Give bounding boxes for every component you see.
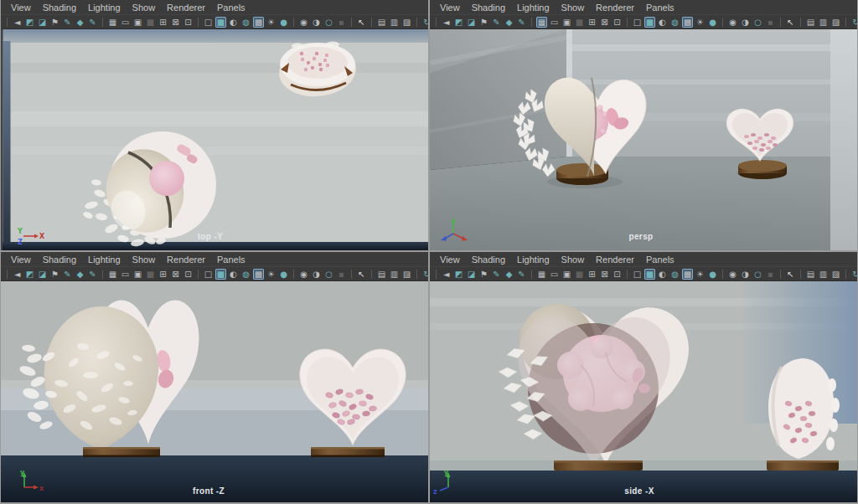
shade-selected-icon[interactable]: ◐ [657, 269, 668, 280]
safe-title-icon[interactable]: ⊡ [612, 17, 623, 28]
wireframe-icon[interactable]: □ [632, 17, 643, 28]
pan-zoom-icon[interactable]: ◆ [504, 269, 514, 280]
menu-lighting[interactable]: Lighting [88, 3, 121, 13]
wireframe-on-shaded-icon[interactable]: ◍ [240, 269, 251, 280]
motion-blur-icon[interactable]: ◑ [311, 269, 322, 280]
smooth-shade-icon[interactable]: ■ [215, 17, 226, 28]
smooth-shade-icon[interactable]: ■ [644, 17, 655, 28]
x-ray-icon[interactable]: ▤ [376, 17, 387, 28]
x-ray-joints-icon[interactable]: ▥ [818, 17, 829, 28]
menu-renderer[interactable]: Renderer [167, 255, 205, 265]
grease-pencil-icon[interactable]: ✎ [87, 17, 98, 28]
shade-selected-icon[interactable]: ◐ [657, 17, 668, 28]
isolate-select-icon[interactable]: ↖ [785, 17, 796, 28]
viewport-canvas-top[interactable]: Y X Z top -Y [1, 29, 428, 250]
menu-show[interactable]: Show [132, 255, 156, 265]
refresh-icon[interactable]: ↻ [850, 17, 857, 28]
anti-aliasing-icon[interactable]: ○ [323, 269, 334, 280]
camera-attributes-icon[interactable]: ◪ [37, 17, 48, 28]
scene-top[interactable]: Y X Z top -Y [1, 29, 428, 250]
grid-icon[interactable]: ▦ [536, 269, 547, 280]
use-default-material-icon[interactable]: ▩ [253, 17, 264, 28]
grease-pencil-icon[interactable]: ✎ [516, 17, 527, 28]
lighting-icon[interactable]: ☀ [695, 17, 706, 28]
screen-space-ao-icon[interactable]: ◉ [298, 269, 309, 280]
x-ray-joints-icon[interactable]: ▥ [389, 269, 400, 280]
gate-mask-icon[interactable]: ■ [574, 17, 585, 28]
lock-camera-icon[interactable]: ◩ [453, 269, 464, 280]
screen-space-ao-icon[interactable]: ◉ [727, 17, 738, 28]
menu-panels[interactable]: Panels [217, 255, 246, 265]
safe-action-icon[interactable]: ⊠ [599, 17, 610, 28]
refresh-icon[interactable]: ↻ [421, 269, 428, 280]
menu-panels[interactable]: Panels [646, 3, 675, 13]
x-ray-joints-icon[interactable]: ▥ [389, 17, 400, 28]
image-plane-icon[interactable]: ✎ [62, 269, 73, 280]
use-default-material-icon[interactable]: ▩ [682, 17, 693, 28]
image-plane-icon[interactable]: ✎ [62, 17, 73, 28]
menu-shading[interactable]: Shading [472, 255, 505, 265]
shadows-icon[interactable]: ● [278, 17, 289, 28]
smooth-shade-icon[interactable]: ■ [644, 269, 655, 280]
resolution-gate-icon[interactable]: ▣ [561, 17, 572, 28]
menu-shading[interactable]: Shading [472, 3, 505, 13]
menu-show[interactable]: Show [561, 3, 585, 13]
lighting-icon[interactable]: ☀ [266, 269, 277, 280]
use-default-material-icon[interactable]: ▩ [682, 269, 693, 280]
camera-attributes-icon[interactable]: ◪ [466, 17, 477, 28]
gate-mask-icon[interactable]: ■ [574, 269, 585, 280]
anti-aliasing-icon[interactable]: ○ [752, 269, 763, 280]
wireframe-icon[interactable]: □ [203, 269, 214, 280]
bookmarks-icon[interactable]: ⚑ [49, 269, 60, 280]
motion-blur-icon[interactable]: ◑ [311, 17, 322, 28]
lighting-icon[interactable]: ☀ [266, 17, 277, 28]
shade-selected-icon[interactable]: ◐ [228, 269, 239, 280]
depth-of-field-icon[interactable]: ▪ [765, 17, 776, 28]
camera-attributes-icon[interactable]: ◪ [37, 269, 48, 280]
field-chart-icon[interactable]: ⊞ [587, 269, 597, 280]
scene-persp[interactable]: persp [430, 29, 857, 250]
pan-zoom-icon[interactable]: ◆ [504, 17, 514, 28]
menu-lighting[interactable]: Lighting [517, 3, 550, 13]
film-gate-icon[interactable]: ▭ [549, 269, 560, 280]
shadows-icon[interactable]: ● [278, 269, 289, 280]
resolution-gate-icon[interactable]: ▣ [561, 269, 572, 280]
resolution-gate-icon[interactable]: ▣ [132, 17, 143, 28]
x-ray-active-icon[interactable]: ▨ [401, 269, 412, 280]
x-ray-joints-icon[interactable]: ▥ [818, 269, 829, 280]
grid-icon[interactable]: ▦ [536, 17, 547, 28]
wireframe-on-shaded-icon[interactable]: ◍ [240, 17, 251, 28]
menu-shading[interactable]: Shading [43, 3, 76, 13]
lock-camera-icon[interactable]: ◩ [24, 17, 35, 28]
film-gate-icon[interactable]: ▭ [549, 17, 560, 28]
menu-shading[interactable]: Shading [43, 255, 76, 265]
menu-show[interactable]: Show [561, 255, 585, 265]
lighting-icon[interactable]: ☀ [695, 269, 706, 280]
screen-space-ao-icon[interactable]: ◉ [298, 17, 309, 28]
menu-lighting[interactable]: Lighting [88, 255, 121, 265]
gate-mask-icon[interactable]: ■ [145, 269, 156, 280]
viewport-canvas-side[interactable]: y z side -X [430, 281, 857, 502]
x-ray-icon[interactable]: ▤ [376, 269, 387, 280]
viewport-canvas-persp[interactable]: persp [430, 29, 857, 250]
menu-show[interactable]: Show [132, 3, 156, 13]
x-ray-active-icon[interactable]: ▨ [830, 269, 841, 280]
film-gate-icon[interactable]: ▭ [120, 269, 131, 280]
grease-pencil-icon[interactable]: ✎ [516, 269, 527, 280]
safe-title-icon[interactable]: ⊡ [183, 17, 194, 28]
menu-renderer[interactable]: Renderer [167, 3, 205, 13]
depth-of-field-icon[interactable]: ▪ [765, 269, 776, 280]
bookmarks-icon[interactable]: ⚑ [478, 269, 489, 280]
wireframe-on-shaded-icon[interactable]: ◍ [669, 269, 680, 280]
menu-lighting[interactable]: Lighting [517, 255, 550, 265]
depth-of-field-icon[interactable]: ▪ [336, 17, 347, 28]
viewport-canvas-front[interactable]: y x front -Z [1, 281, 428, 502]
select-camera-icon[interactable]: ◄ [12, 17, 23, 28]
smooth-shade-icon[interactable]: ■ [215, 269, 226, 280]
resolution-gate-icon[interactable]: ▣ [132, 269, 143, 280]
menu-renderer[interactable]: Renderer [596, 255, 634, 265]
grid-icon[interactable]: ▦ [107, 17, 118, 28]
camera-attributes-icon[interactable]: ◪ [466, 269, 477, 280]
shadows-icon[interactable]: ● [707, 269, 718, 280]
anti-aliasing-icon[interactable]: ○ [752, 17, 763, 28]
